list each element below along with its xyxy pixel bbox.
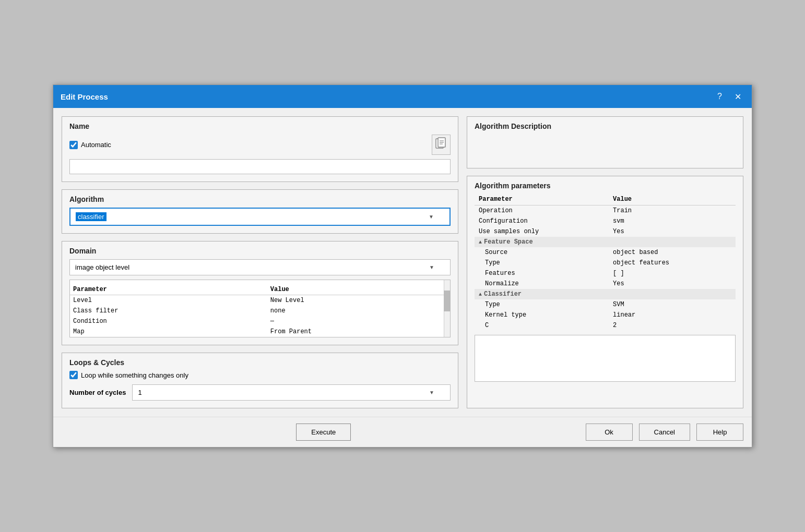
- cycles-value: 1: [138, 389, 141, 396]
- algo-desc-box: Algorithm Description: [467, 116, 743, 168]
- table-row: Use samples only Yes: [475, 226, 736, 237]
- value-col-header: Value: [267, 284, 450, 295]
- algorithm-section: Algorithm classifier ▼: [62, 189, 458, 234]
- edit-process-dialog: Edit Process ? ✕ Name Automatic: [53, 84, 752, 448]
- file-copy-icon: [435, 137, 447, 150]
- param-cell: Map: [70, 327, 267, 337]
- dialog-footer: Execute Ok Cancel Help: [53, 417, 752, 447]
- domain-selected-value: image object level: [75, 263, 129, 271]
- classifier-header: ▲Classifier: [475, 289, 736, 299]
- file-icon-button[interactable]: [432, 135, 451, 155]
- domain-dropdown-arrow: ▼: [429, 264, 434, 270]
- algo-params-header-row: Parameter Value: [475, 194, 736, 205]
- value-cell: object based: [609, 247, 736, 258]
- algo-param-col-header: Parameter: [475, 194, 609, 205]
- value-cell: New Level: [267, 295, 450, 306]
- algo-params-box: Algorithm parameters Parameter Value Ope…: [467, 176, 743, 408]
- help-button[interactable]: ?: [714, 91, 725, 102]
- loops-section: Loops & Cycles Loop while something chan…: [62, 353, 458, 408]
- value-cell: Yes: [609, 226, 736, 237]
- param-cell: Source: [475, 247, 609, 258]
- name-section: Name Automatic: [62, 116, 458, 182]
- table-row: Normalize Yes: [475, 279, 736, 289]
- value-cell: 2: [609, 320, 736, 331]
- cycles-dropdown-arrow: ▼: [429, 390, 434, 395]
- domain-params-container: Parameter Value Level New Level Class fi…: [69, 280, 451, 337]
- algo-value-col-header: Value: [609, 194, 736, 205]
- table-row: Kernel type linear: [475, 310, 736, 320]
- dialog-body: Name Automatic: [53, 108, 752, 417]
- table-row: Level New Level: [70, 295, 450, 306]
- value-cell: SVM: [609, 299, 736, 310]
- close-button[interactable]: ✕: [731, 91, 744, 103]
- value-cell: Yes: [609, 279, 736, 289]
- title-bar: Edit Process ? ✕: [53, 85, 752, 108]
- auto-checkbox-label[interactable]: Automatic: [69, 141, 111, 149]
- param-cell: C: [475, 320, 609, 331]
- scrollbar-track[interactable]: [444, 280, 450, 337]
- table-row: C 2: [475, 320, 736, 331]
- left-panel: Name Automatic: [62, 116, 458, 408]
- loop-checkbox-label[interactable]: Loop while something changes only: [69, 371, 451, 379]
- feature-space-label: ▲Feature Space: [475, 237, 736, 247]
- loop-checkbox[interactable]: [69, 371, 78, 379]
- table-row: Type SVM: [475, 299, 736, 310]
- help-footer-button[interactable]: Help: [696, 424, 743, 441]
- domain-select[interactable]: image object level ▼: [69, 259, 451, 275]
- feature-space-header: ▲Feature Space: [475, 237, 736, 247]
- param-cell: Operation: [475, 205, 609, 216]
- param-cell: Type: [475, 299, 609, 310]
- table-row: Configuration svm: [475, 216, 736, 226]
- loop-checkbox-text: Loop while something changes only: [81, 371, 188, 379]
- algorithm-section-label: Algorithm: [69, 195, 451, 203]
- algo-params-label: Algorithm parameters: [475, 182, 736, 190]
- domain-params-table: Parameter Value Level New Level Class fi…: [70, 284, 450, 337]
- table-row: Map From Parent: [70, 327, 450, 337]
- algorithm-select[interactable]: classifier ▼: [69, 208, 451, 226]
- domain-section-label: Domain: [69, 247, 451, 255]
- domain-section: Domain image object level ▼ Parameter Va…: [62, 241, 458, 345]
- algorithm-selected-value: classifier: [76, 212, 106, 221]
- loops-section-label: Loops & Cycles: [69, 358, 451, 367]
- param-cell: Kernel type: [475, 310, 609, 320]
- footer-left: Execute: [62, 424, 586, 441]
- value-cell: linear: [609, 310, 736, 320]
- ok-button[interactable]: Ok: [586, 424, 633, 441]
- right-panel: Algorithm Description Algorithm paramete…: [467, 116, 743, 408]
- collapse-triangle-icon: ▲: [479, 292, 482, 297]
- table-row: Source object based: [475, 247, 736, 258]
- title-bar-controls: ? ✕: [714, 91, 744, 103]
- value-cell: —: [267, 316, 450, 327]
- name-section-label: Name: [69, 122, 451, 130]
- table-row: Condition —: [70, 316, 450, 327]
- param-cell: Type: [475, 258, 609, 268]
- auto-checkbox[interactable]: [69, 141, 78, 149]
- value-cell: none: [267, 306, 450, 316]
- param-cell: Level: [70, 295, 267, 306]
- table-row: Type object features: [475, 258, 736, 268]
- cycles-row: Number of cycles 1 ▼: [69, 384, 451, 401]
- classifier-label: ▲Classifier: [475, 289, 736, 299]
- name-input[interactable]: at New Level: classifier: apply: [69, 159, 451, 174]
- algo-params-table: Parameter Value Operation Train Configur…: [475, 194, 736, 331]
- value-cell: object features: [609, 258, 736, 268]
- value-cell: From Parent: [267, 327, 450, 337]
- execute-button[interactable]: Execute: [296, 424, 351, 441]
- param-cell: Features: [475, 268, 609, 279]
- algo-text-box: [475, 335, 736, 382]
- param-cell: Configuration: [475, 216, 609, 226]
- cycles-select[interactable]: 1 ▼: [132, 384, 451, 401]
- table-header-row: Parameter Value: [70, 284, 450, 295]
- collapse-triangle-icon: ▲: [479, 239, 482, 245]
- value-cell: svm: [609, 216, 736, 226]
- param-cell: Normalize: [475, 279, 609, 289]
- param-cell: Condition: [70, 316, 267, 327]
- scrollbar-thumb[interactable]: [444, 291, 450, 311]
- cancel-button[interactable]: Cancel: [639, 424, 690, 441]
- value-cell: Train: [609, 205, 736, 216]
- name-auto-row: Automatic: [69, 135, 451, 155]
- param-col-header: Parameter: [70, 284, 267, 295]
- value-cell: [ ]: [609, 268, 736, 279]
- algorithm-dropdown-arrow: ▼: [429, 214, 434, 220]
- table-row: Features [ ]: [475, 268, 736, 279]
